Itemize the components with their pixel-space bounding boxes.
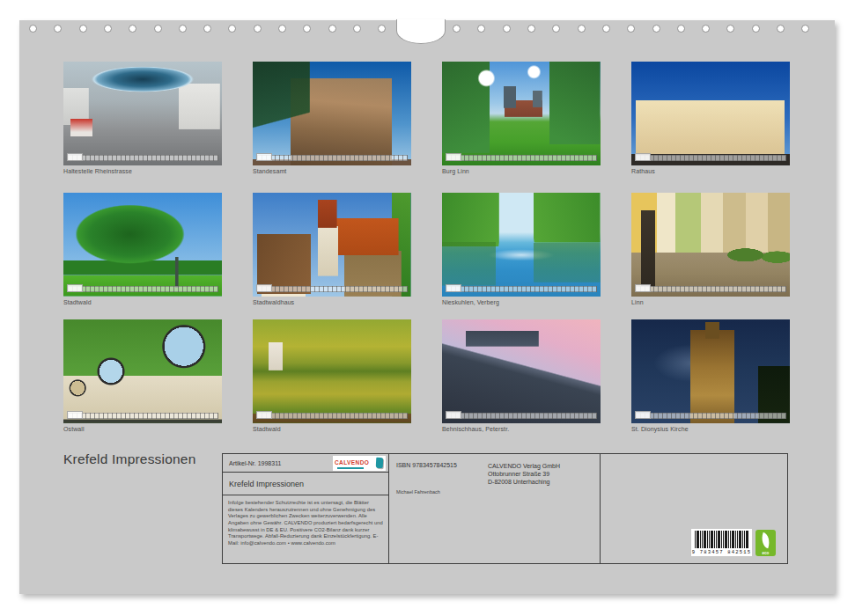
leaf-icon — [759, 532, 772, 549]
product-title-row: Krefeld Impressionen — [223, 473, 388, 495]
calvendo-logo-mark-icon — [376, 458, 384, 468]
photo-thumb-ostwall: Ostwall — [63, 319, 222, 432]
imprint-middle-column: ISBN 9783457842515 CALVENDO Verlag GmbH … — [389, 454, 601, 563]
photo-caption: Nieskuhlen, Verberg — [442, 299, 601, 305]
photo-caption: Stadtwaldhaus — [253, 299, 411, 305]
imprint-panel: Artikel-Nr. 1998311 CALVENDO Krefeld Imp… — [222, 453, 788, 564]
barcode-digits: 9 783457 842515 — [691, 549, 752, 555]
publisher-line: CALVENDO Verlag GmbH — [488, 462, 560, 470]
standesamt-photo — [253, 62, 411, 165]
photo-thumb-stadtwald: Stadtwald — [63, 193, 222, 305]
ostwall-photo — [63, 319, 222, 423]
punch-hole — [453, 25, 461, 33]
eco-badge-label: eco — [755, 551, 776, 555]
imprint-left-column: Artikel-Nr. 1998311 CALVENDO Krefeld Imp… — [223, 454, 389, 563]
product-title: Krefeld Impressionen — [229, 480, 304, 488]
photo-caption: Burg Linn — [442, 168, 601, 174]
haltestelle-rheinstrasse-photo — [63, 62, 222, 165]
rathaus-photo — [631, 62, 790, 165]
st-dionysius-kirche-photo — [631, 319, 790, 423]
isbn-barcode: 9 783457 842515 — [691, 529, 752, 556]
hanger-cutout — [396, 19, 446, 44]
photo-caption: Linn — [631, 299, 790, 305]
punch-hole — [278, 25, 286, 33]
punch-hole — [254, 25, 262, 33]
eco-badge: eco — [755, 530, 776, 556]
punch-hole — [79, 25, 87, 33]
photo-thumb-burg-linn: Burg Linn — [442, 62, 601, 174]
punch-hole — [29, 25, 37, 33]
calendar-page: Haltestelle RheinstrasseStandesamtBurg L… — [19, 20, 835, 594]
punch-hole — [801, 25, 809, 33]
photo-thumb-standesamt: Standesamt — [253, 62, 411, 174]
photo-thumb-behnischhaus-peterstr: Behnischhaus, Peterstr. — [442, 319, 601, 432]
punch-hole — [154, 25, 162, 33]
stadtwaldhaus-photo — [253, 193, 411, 297]
punch-hole — [353, 25, 361, 33]
calvendo-logo-text: CALVENDO — [335, 460, 369, 466]
stadtwald-photo — [63, 193, 222, 297]
legal-row: Infolge bestehender Schutzrechte ist es … — [223, 495, 388, 551]
isbn-text: ISBN 9783457842515 — [396, 462, 457, 468]
photo-thumb-linn: Linn — [631, 193, 790, 305]
nieskuhlen-verberg-photo — [442, 193, 601, 297]
article-number: Artikel-Nr. 1998311 — [229, 460, 281, 466]
photo-caption: Stadtwald — [253, 426, 411, 432]
punch-hole — [752, 25, 760, 33]
author-name: Michael Fahrenbach — [396, 489, 440, 495]
photo-caption: Ostwall — [63, 426, 222, 432]
barcode-bars — [695, 531, 748, 548]
punch-hole — [129, 25, 136, 33]
punch-hole — [179, 25, 187, 33]
punch-hole — [54, 25, 62, 33]
photo-caption: Standesamt — [253, 168, 411, 174]
punch-hole — [203, 25, 211, 33]
punch-hole — [303, 25, 311, 33]
article-row: Artikel-Nr. 1998311 CALVENDO — [223, 454, 388, 473]
punch-hole — [602, 25, 610, 33]
photo-thumb-stadtwald-herbst: Stadtwald — [253, 319, 411, 432]
publisher-address: CALVENDO Verlag GmbH Ottobrunner Straße … — [488, 462, 560, 486]
photo-thumb-stadtwaldhaus: Stadtwaldhaus — [253, 193, 411, 305]
burg-linn-photo — [442, 62, 601, 165]
punch-hole — [228, 25, 236, 33]
punch-hole — [104, 25, 112, 33]
punch-hole — [328, 25, 336, 33]
linn-photo — [631, 193, 790, 297]
photo-thumb-haltestelle-rheinstrasse: Haltestelle Rheinstrasse — [63, 62, 222, 174]
photo-thumb-st-dionysius-kirche: St. Dionysius Kirche — [631, 319, 790, 432]
imprint-right-column: 9 783457 842515 eco — [601, 454, 787, 563]
photo-thumb-rathaus: Rathaus — [631, 62, 790, 174]
punch-hole — [677, 25, 685, 33]
photo-caption: Haltestelle Rheinstrasse — [63, 168, 222, 174]
page-title: Krefeld Impressionen — [63, 451, 195, 467]
legal-text: Infolge bestehender Schutzrechte ist es … — [228, 500, 383, 546]
punch-hole — [578, 25, 586, 33]
punch-hole — [477, 25, 485, 33]
punch-hole — [378, 25, 386, 33]
punch-hole — [702, 25, 710, 33]
punch-hole — [627, 25, 635, 33]
punch-hole — [777, 25, 785, 33]
punch-hole — [503, 25, 511, 33]
photo-caption: St. Dionysius Kirche — [631, 426, 790, 432]
calvendo-logo-tagline-bar — [337, 467, 364, 469]
punch-hole — [726, 25, 734, 33]
stadtwald-herbst-photo — [253, 319, 411, 423]
calvendo-logo: CALVENDO — [333, 456, 386, 471]
punch-hole — [652, 25, 660, 33]
photo-caption: Stadtwald — [63, 299, 222, 305]
photo-thumb-nieskuhlen-verberg: Nieskuhlen, Verberg — [442, 193, 601, 305]
photo-caption: Behnischhaus, Peterstr. — [442, 426, 601, 432]
photo-caption: Rathaus — [631, 168, 790, 174]
punch-hole — [527, 25, 535, 33]
punch-hole — [552, 25, 560, 33]
publisher-line: D-82008 Unterhaching — [488, 478, 560, 486]
behnischhaus-peterstr-photo — [442, 319, 601, 423]
publisher-line: Ottobrunner Straße 39 — [488, 470, 560, 478]
